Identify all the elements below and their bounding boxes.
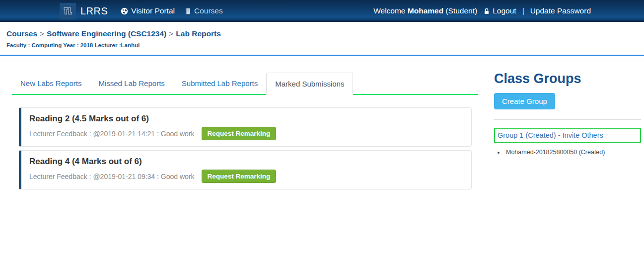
request-remarking-button[interactable]: Request Remarking [202,127,277,140]
navbar-left-group: LRRS Visitor Portal [60,3,223,19]
breadcrumb-section: Courses>Software Engineering (CSC1234)>L… [0,22,644,56]
nav-logout[interactable]: Logout [484,6,516,15]
nav-logout-label: Logout [493,6,516,15]
breadcrumb: Courses>Software Engineering (CSC1234)>L… [6,29,644,38]
book-icon [184,7,191,15]
top-navbar: LRRS Visitor Portal [0,0,644,22]
tab-missed-lab-reports[interactable]: Missed Lab Reports [90,73,173,95]
welcome-prefix: Welcome [373,6,408,15]
lecturer-feedback: Lecturer Feedback : @2019-01-21 09:34 : … [29,173,195,181]
course-meta: Faculty : Computing Year : 2018 Lecturer… [6,42,644,48]
lecturer-feedback: Lecturer Feedback : @2019-01-21 14:21 : … [29,130,195,138]
nav-courses[interactable]: Courses [184,6,223,15]
globe-icon [121,7,128,15]
submission-card: Reading 2 (4.5 Marks out of 6) Lecturer … [19,107,472,147]
submission-title: Reading 4 (4 Marks out of 6) [29,157,463,167]
user-role: (Student) [443,6,477,15]
breadcrumb-lab-reports[interactable]: Lab Reports [176,29,220,38]
nav-update-password[interactable]: Update Password [530,6,591,15]
create-group-button[interactable]: Create Group [494,93,555,109]
nav-separator: | [522,6,524,15]
tab-new-labs-reports[interactable]: New Labs Reports [12,73,90,95]
class-groups-sidebar: Class Groups Create Group Group 1 (Creat… [494,61,641,156]
tab-marked-submissions[interactable]: Marked Submissions [266,73,353,95]
nav-courses-label: Courses [194,6,223,15]
welcome-text: Welcome Mohamed (Student) [373,6,477,15]
content-area: New Labs Reports Missed Lab Reports Subm… [0,61,644,193]
class-groups-title: Class Groups [494,71,641,87]
group-member: Mohamed-201825800050 (Created) [504,149,641,156]
group-member-list: Mohamed-201825800050 (Created) [494,149,641,156]
brand-label: LRRS [80,5,108,17]
group-box: Group 1 (Created) - Invite Others [494,128,641,143]
nav-visitor-portal[interactable]: Visitor Portal [121,6,175,15]
group-invite-link[interactable]: Group 1 (Created) - Invite Others [498,131,603,139]
sidebar-divider [494,119,641,120]
navbar-right-group: Welcome Mohamed (Student) Logout | Updat… [373,6,591,15]
nav-visitor-portal-label: Visitor Portal [131,6,175,15]
breadcrumb-separator: > [40,29,44,38]
breadcrumb-courses[interactable]: Courses [6,29,37,38]
marked-submissions-list: Reading 2 (4.5 Marks out of 6) Lecturer … [12,107,478,189]
lrrs-logo-icon [60,3,76,19]
reports-column: New Labs Reports Missed Lab Reports Subm… [12,61,478,193]
submission-title: Reading 2 (4.5 Marks out of 6) [29,114,463,124]
report-tabs: New Labs Reports Missed Lab Reports Subm… [12,73,478,95]
username: Mohamed [408,6,443,15]
lock-icon [484,7,490,15]
tab-submitted-lab-reports[interactable]: Submitted Lab Reports [173,73,266,95]
submission-card: Reading 4 (4 Marks out of 6) Lecturer Fe… [19,150,472,189]
brand-link[interactable]: LRRS [60,3,108,19]
breadcrumb-separator: > [169,29,173,38]
breadcrumb-course-name[interactable]: Software Engineering (CSC1234) [47,29,166,38]
request-remarking-button[interactable]: Request Remarking [202,170,277,183]
